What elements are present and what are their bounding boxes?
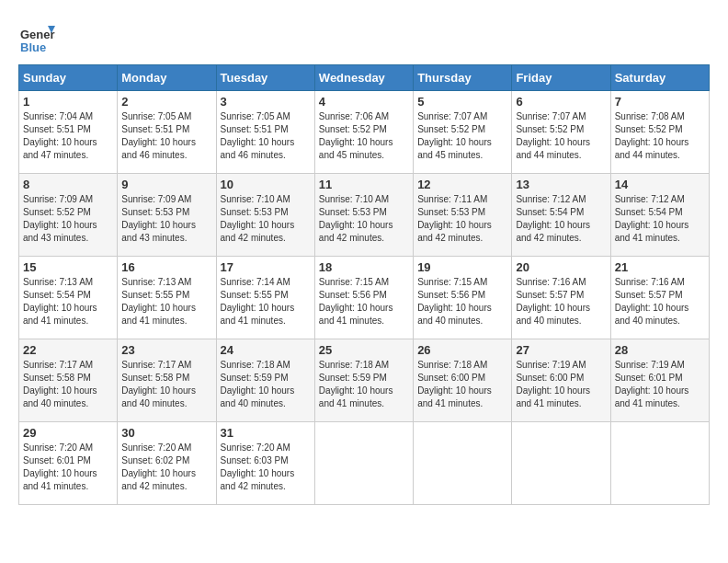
- logo-icon: General Blue: [18, 18, 55, 55]
- day-info: Sunrise: 7:05 AM Sunset: 5:51 PM Dayligh…: [121, 110, 211, 162]
- day-info: Sunrise: 7:17 AM Sunset: 5:58 PM Dayligh…: [23, 359, 113, 410]
- day-info: Sunrise: 7:18 AM Sunset: 5:59 PM Dayligh…: [319, 359, 409, 410]
- calendar-cell: 27Sunrise: 7:19 AM Sunset: 6:00 PM Dayli…: [512, 339, 610, 422]
- calendar-table: SundayMondayTuesdayWednesdayThursdayFrid…: [18, 64, 710, 505]
- day-info: Sunrise: 7:07 AM Sunset: 5:52 PM Dayligh…: [516, 110, 606, 162]
- calendar-cell: 22Sunrise: 7:17 AM Sunset: 5:58 PM Dayli…: [19, 339, 118, 422]
- svg-text:Blue: Blue: [20, 40, 46, 54]
- day-number: 28: [615, 343, 705, 357]
- weekday-header-sunday: Sunday: [19, 65, 118, 91]
- day-number: 24: [221, 343, 311, 357]
- day-number: 18: [319, 260, 409, 274]
- day-number: 4: [319, 95, 409, 109]
- calendar-cell: 12Sunrise: 7:11 AM Sunset: 5:53 PM Dayli…: [414, 174, 512, 257]
- day-number: 13: [516, 178, 606, 191]
- day-info: Sunrise: 7:16 AM Sunset: 5:57 PM Dayligh…: [615, 276, 705, 327]
- calendar-cell: 8Sunrise: 7:09 AM Sunset: 5:52 PM Daylig…: [19, 174, 118, 257]
- calendar-cell: 5Sunrise: 7:07 AM Sunset: 5:52 PM Daylig…: [414, 91, 512, 174]
- day-number: 27: [516, 343, 606, 357]
- calendar-cell: 3Sunrise: 7:05 AM Sunset: 5:51 PM Daylig…: [216, 91, 314, 174]
- day-number: 5: [417, 95, 507, 109]
- day-info: Sunrise: 7:17 AM Sunset: 5:58 PM Dayligh…: [121, 359, 211, 410]
- calendar-cell: 29Sunrise: 7:20 AM Sunset: 6:01 PM Dayli…: [19, 422, 118, 505]
- day-number: 29: [23, 426, 113, 440]
- calendar-cell: 10Sunrise: 7:10 AM Sunset: 5:53 PM Dayli…: [216, 174, 314, 257]
- calendar-cell: 23Sunrise: 7:17 AM Sunset: 5:58 PM Dayli…: [118, 339, 216, 422]
- day-info: Sunrise: 7:19 AM Sunset: 6:00 PM Dayligh…: [516, 359, 606, 410]
- day-info: Sunrise: 7:08 AM Sunset: 5:52 PM Dayligh…: [615, 110, 705, 162]
- calendar-cell: 19Sunrise: 7:15 AM Sunset: 5:56 PM Dayli…: [414, 257, 512, 339]
- day-number: 6: [516, 95, 606, 109]
- day-info: Sunrise: 7:05 AM Sunset: 5:51 PM Dayligh…: [221, 110, 311, 162]
- calendar-cell: 1Sunrise: 7:04 AM Sunset: 5:51 PM Daylig…: [19, 91, 118, 174]
- day-info: Sunrise: 7:15 AM Sunset: 5:56 PM Dayligh…: [417, 276, 507, 327]
- calendar-cell: [414, 422, 512, 505]
- calendar-cell: [610, 422, 709, 505]
- calendar-cell: 2Sunrise: 7:05 AM Sunset: 5:51 PM Daylig…: [118, 91, 216, 174]
- calendar-cell: [314, 422, 413, 505]
- day-info: Sunrise: 7:12 AM Sunset: 5:54 PM Dayligh…: [615, 193, 705, 245]
- day-info: Sunrise: 7:10 AM Sunset: 5:53 PM Dayligh…: [221, 193, 311, 245]
- day-number: 15: [23, 260, 113, 274]
- day-number: 26: [417, 343, 507, 357]
- calendar-cell: 17Sunrise: 7:14 AM Sunset: 5:55 PM Dayli…: [216, 257, 314, 339]
- calendar-cell: 4Sunrise: 7:06 AM Sunset: 5:52 PM Daylig…: [314, 91, 413, 174]
- calendar-cell: 25Sunrise: 7:18 AM Sunset: 5:59 PM Dayli…: [314, 339, 413, 422]
- day-number: 19: [417, 260, 507, 274]
- weekday-header-saturday: Saturday: [610, 65, 709, 91]
- calendar-cell: 20Sunrise: 7:16 AM Sunset: 5:57 PM Dayli…: [512, 257, 610, 339]
- calendar-cell: 18Sunrise: 7:15 AM Sunset: 5:56 PM Dayli…: [314, 257, 413, 339]
- calendar-cell: 14Sunrise: 7:12 AM Sunset: 5:54 PM Dayli…: [610, 174, 709, 257]
- weekday-header-wednesday: Wednesday: [314, 65, 413, 91]
- day-info: Sunrise: 7:09 AM Sunset: 5:52 PM Dayligh…: [23, 193, 113, 245]
- calendar-cell: 9Sunrise: 7:09 AM Sunset: 5:53 PM Daylig…: [118, 174, 216, 257]
- page-header: General Blue: [18, 18, 710, 55]
- day-number: 23: [121, 343, 211, 357]
- calendar-cell: 13Sunrise: 7:12 AM Sunset: 5:54 PM Dayli…: [512, 174, 610, 257]
- calendar-cell: 11Sunrise: 7:10 AM Sunset: 5:53 PM Dayli…: [314, 174, 413, 257]
- calendar-cell: 24Sunrise: 7:18 AM Sunset: 5:59 PM Dayli…: [216, 339, 314, 422]
- weekday-header-friday: Friday: [512, 65, 610, 91]
- day-info: Sunrise: 7:18 AM Sunset: 5:59 PM Dayligh…: [221, 359, 311, 410]
- day-info: Sunrise: 7:14 AM Sunset: 5:55 PM Dayligh…: [221, 276, 311, 327]
- day-info: Sunrise: 7:06 AM Sunset: 5:52 PM Dayligh…: [319, 110, 409, 162]
- day-number: 2: [121, 95, 211, 109]
- day-number: 11: [319, 178, 409, 191]
- day-info: Sunrise: 7:20 AM Sunset: 6:01 PM Dayligh…: [23, 442, 113, 493]
- day-info: Sunrise: 7:12 AM Sunset: 5:54 PM Dayligh…: [516, 193, 606, 245]
- day-info: Sunrise: 7:20 AM Sunset: 6:02 PM Dayligh…: [121, 442, 211, 493]
- day-number: 7: [615, 95, 705, 109]
- calendar-cell: 7Sunrise: 7:08 AM Sunset: 5:52 PM Daylig…: [610, 91, 709, 174]
- day-number: 1: [23, 95, 113, 109]
- calendar-cell: 28Sunrise: 7:19 AM Sunset: 6:01 PM Dayli…: [610, 339, 709, 422]
- calendar-cell: 15Sunrise: 7:13 AM Sunset: 5:54 PM Dayli…: [19, 257, 118, 339]
- day-number: 25: [319, 343, 409, 357]
- day-info: Sunrise: 7:04 AM Sunset: 5:51 PM Dayligh…: [23, 110, 113, 162]
- day-info: Sunrise: 7:15 AM Sunset: 5:56 PM Dayligh…: [319, 276, 409, 327]
- day-info: Sunrise: 7:10 AM Sunset: 5:53 PM Dayligh…: [319, 193, 409, 245]
- day-info: Sunrise: 7:09 AM Sunset: 5:53 PM Dayligh…: [121, 193, 211, 245]
- calendar-cell: 26Sunrise: 7:18 AM Sunset: 6:00 PM Dayli…: [414, 339, 512, 422]
- day-number: 14: [615, 178, 705, 191]
- day-info: Sunrise: 7:20 AM Sunset: 6:03 PM Dayligh…: [221, 442, 311, 493]
- day-number: 20: [516, 260, 606, 274]
- calendar-cell: 31Sunrise: 7:20 AM Sunset: 6:03 PM Dayli…: [216, 422, 314, 505]
- weekday-header-thursday: Thursday: [414, 65, 512, 91]
- calendar-cell: 6Sunrise: 7:07 AM Sunset: 5:52 PM Daylig…: [512, 91, 610, 174]
- day-number: 30: [121, 426, 211, 440]
- day-number: 22: [23, 343, 113, 357]
- day-number: 12: [417, 178, 507, 191]
- day-number: 3: [221, 95, 311, 109]
- day-info: Sunrise: 7:11 AM Sunset: 5:53 PM Dayligh…: [417, 193, 507, 245]
- day-info: Sunrise: 7:13 AM Sunset: 5:54 PM Dayligh…: [23, 276, 113, 327]
- calendar-cell: [512, 422, 610, 505]
- day-info: Sunrise: 7:07 AM Sunset: 5:52 PM Dayligh…: [417, 110, 507, 162]
- day-info: Sunrise: 7:16 AM Sunset: 5:57 PM Dayligh…: [516, 276, 606, 327]
- day-info: Sunrise: 7:18 AM Sunset: 6:00 PM Dayligh…: [417, 359, 507, 410]
- weekday-header-tuesday: Tuesday: [216, 65, 314, 91]
- day-number: 8: [23, 178, 113, 191]
- day-number: 31: [221, 426, 311, 440]
- logo: General Blue: [18, 18, 59, 55]
- day-number: 21: [615, 260, 705, 274]
- day-info: Sunrise: 7:13 AM Sunset: 5:55 PM Dayligh…: [121, 276, 211, 327]
